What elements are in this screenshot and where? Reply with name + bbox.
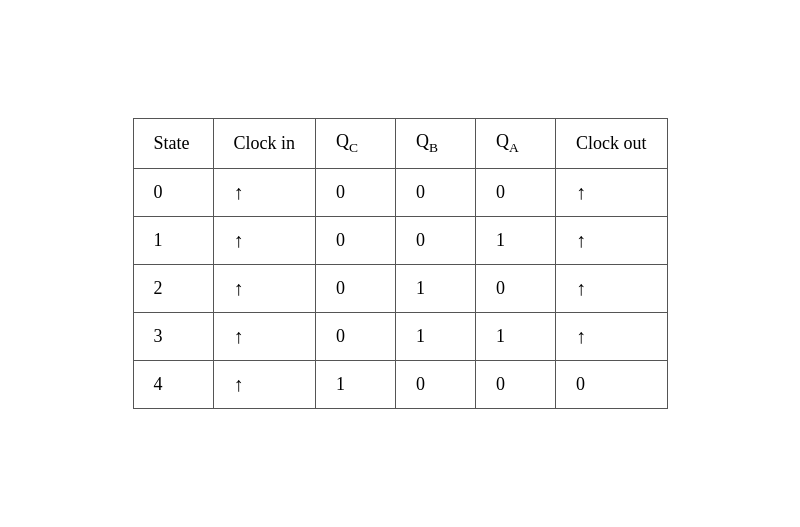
header-clock-out: Clock out [556, 119, 668, 169]
cell-state: 4 [133, 360, 213, 408]
table-row: 3↑011↑ [133, 312, 667, 360]
cell-clock-out: ↑ [556, 312, 668, 360]
cell-state: 1 [133, 216, 213, 264]
header-clock-in: Clock in [213, 119, 316, 169]
cell-clock-out: ↑ [556, 264, 668, 312]
cell-qa: 0 [476, 168, 556, 216]
cell-state: 2 [133, 264, 213, 312]
arrow-up-icon: ↑ [576, 325, 586, 347]
arrow-up-icon: ↑ [234, 373, 244, 395]
cell-qa: 0 [476, 360, 556, 408]
cell-clock-out: 0 [556, 360, 668, 408]
header-qc: QC [316, 119, 396, 169]
cell-qc: 1 [316, 360, 396, 408]
truth-table: State Clock in QC QB QA Clock out 0↑000↑… [133, 118, 668, 409]
table-row: 4↑1000 [133, 360, 667, 408]
arrow-up-icon: ↑ [234, 181, 244, 203]
cell-qa: 1 [476, 312, 556, 360]
cell-qc: 0 [316, 216, 396, 264]
table-row: 0↑000↑ [133, 168, 667, 216]
arrow-up-icon: ↑ [234, 229, 244, 251]
cell-qb: 1 [396, 312, 476, 360]
cell-state: 0 [133, 168, 213, 216]
cell-qb: 0 [396, 216, 476, 264]
cell-qc: 0 [316, 168, 396, 216]
cell-qb: 1 [396, 264, 476, 312]
cell-qc: 0 [316, 312, 396, 360]
cell-qc: 0 [316, 264, 396, 312]
cell-clock-out: ↑ [556, 168, 668, 216]
cell-qb: 0 [396, 168, 476, 216]
cell-qa: 1 [476, 216, 556, 264]
cell-clock-out: ↑ [556, 216, 668, 264]
cell-clock-in: ↑ [213, 168, 316, 216]
header-state: State [133, 119, 213, 169]
cell-clock-in: ↑ [213, 216, 316, 264]
cell-clock-in: ↑ [213, 264, 316, 312]
cell-qa: 0 [476, 264, 556, 312]
cell-state: 3 [133, 312, 213, 360]
table-row: 1↑001↑ [133, 216, 667, 264]
arrow-up-icon: ↑ [576, 229, 586, 251]
table-row: 2↑010↑ [133, 264, 667, 312]
arrow-up-icon: ↑ [576, 181, 586, 203]
cell-clock-in: ↑ [213, 312, 316, 360]
cell-clock-in: ↑ [213, 360, 316, 408]
header-qa: QA [476, 119, 556, 169]
header-qb: QB [396, 119, 476, 169]
arrow-up-icon: ↑ [234, 277, 244, 299]
arrow-up-icon: ↑ [234, 325, 244, 347]
arrow-up-icon: ↑ [576, 277, 586, 299]
cell-qb: 0 [396, 360, 476, 408]
